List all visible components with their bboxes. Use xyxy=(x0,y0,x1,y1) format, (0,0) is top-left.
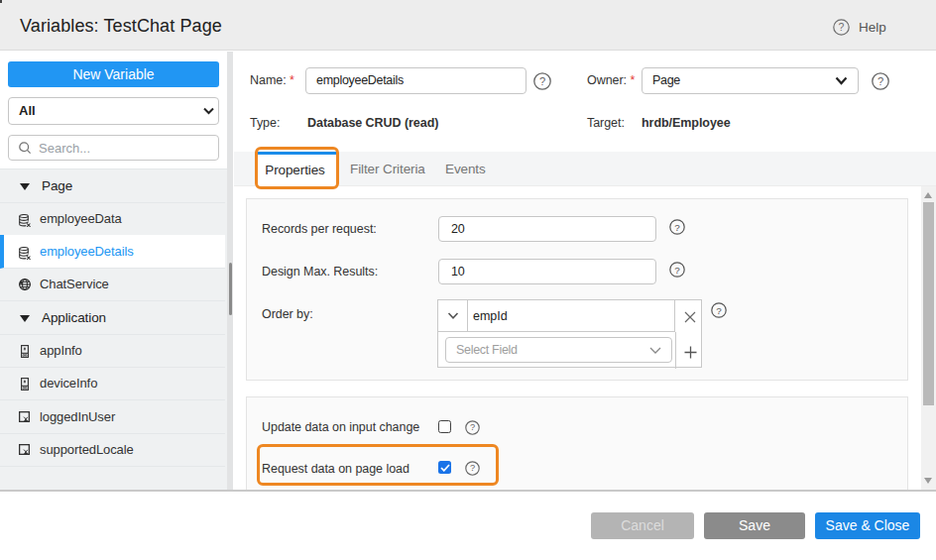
svg-text:?: ? xyxy=(539,75,545,87)
svg-text:?: ? xyxy=(716,305,722,316)
svg-text:?: ? xyxy=(839,21,845,33)
svg-text:?: ? xyxy=(470,422,475,432)
svg-text:?: ? xyxy=(878,75,883,87)
svg-text:?: ? xyxy=(674,222,680,233)
svg-text:?: ? xyxy=(674,265,680,276)
svg-text:?: ? xyxy=(470,463,475,473)
